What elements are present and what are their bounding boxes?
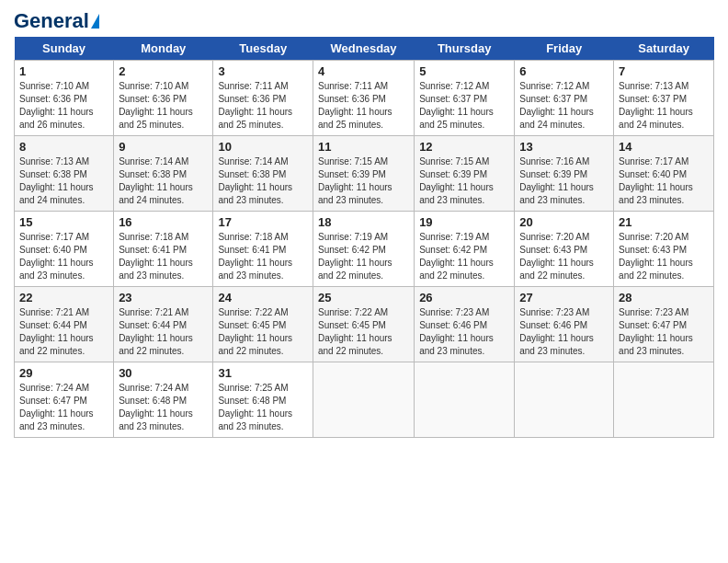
calendar-cell: 25 Sunrise: 7:22 AMSunset: 6:45 PMDaylig… [313, 287, 414, 362]
day-header-friday: Friday [515, 37, 614, 61]
calendar-cell: 16 Sunrise: 7:18 AMSunset: 6:41 PMDaylig… [114, 212, 213, 287]
day-info: Sunrise: 7:19 AMSunset: 6:42 PMDaylight:… [419, 232, 494, 281]
calendar-cell: 27 Sunrise: 7:23 AMSunset: 6:46 PMDaylig… [515, 287, 614, 362]
calendar-cell: 31 Sunrise: 7:25 AMSunset: 6:48 PMDaylig… [213, 362, 313, 438]
day-number: 13 [519, 140, 609, 154]
day-info: Sunrise: 7:17 AMSunset: 6:40 PMDaylight:… [19, 232, 94, 281]
logo-text: General [14, 9, 100, 33]
day-info: Sunrise: 7:19 AMSunset: 6:42 PMDaylight:… [318, 232, 392, 281]
day-number: 10 [218, 140, 308, 154]
day-info: Sunrise: 7:22 AMSunset: 6:45 PMDaylight:… [318, 307, 392, 356]
calendar-cell: 4 Sunrise: 7:11 AMSunset: 6:36 PMDayligh… [313, 61, 414, 136]
day-number: 9 [119, 140, 208, 154]
calendar-cell: 20 Sunrise: 7:20 AMSunset: 6:43 PMDaylig… [515, 212, 614, 287]
week-row-2: 8 Sunrise: 7:13 AMSunset: 6:38 PMDayligh… [15, 136, 714, 212]
day-info: Sunrise: 7:15 AMSunset: 6:39 PMDaylight:… [419, 156, 494, 205]
calendar-cell: 8 Sunrise: 7:13 AMSunset: 6:38 PMDayligh… [15, 136, 114, 212]
day-number: 24 [218, 291, 308, 304]
day-info: Sunrise: 7:20 AMSunset: 6:43 PMDaylight:… [619, 232, 693, 281]
day-header-saturday: Saturday [614, 37, 714, 61]
day-number: 15 [19, 215, 108, 229]
calendar-cell: 22 Sunrise: 7:21 AMSunset: 6:44 PMDaylig… [15, 287, 114, 362]
day-number: 29 [19, 366, 108, 380]
day-number: 27 [519, 291, 609, 304]
week-row-5: 29 Sunrise: 7:24 AMSunset: 6:47 PMDaylig… [15, 362, 714, 438]
day-number: 1 [19, 64, 108, 78]
week-row-4: 22 Sunrise: 7:21 AMSunset: 6:44 PMDaylig… [15, 287, 714, 362]
day-header-monday: Monday [114, 37, 213, 61]
calendar-cell: 30 Sunrise: 7:24 AMSunset: 6:48 PMDaylig… [114, 362, 213, 438]
day-info: Sunrise: 7:12 AMSunset: 6:37 PMDaylight:… [419, 81, 494, 130]
day-info: Sunrise: 7:12 AMSunset: 6:37 PMDaylight:… [519, 81, 594, 130]
calendar-cell: 2 Sunrise: 7:10 AMSunset: 6:36 PMDayligh… [114, 61, 213, 136]
day-header-tuesday: Tuesday [213, 37, 313, 61]
day-info: Sunrise: 7:15 AMSunset: 6:39 PMDaylight:… [318, 156, 392, 205]
calendar-cell: 7 Sunrise: 7:13 AMSunset: 6:37 PMDayligh… [614, 61, 714, 136]
calendar-cell: 14 Sunrise: 7:17 AMSunset: 6:40 PMDaylig… [614, 136, 714, 212]
calendar-cell [515, 362, 614, 438]
calendar-cell: 24 Sunrise: 7:22 AMSunset: 6:45 PMDaylig… [213, 287, 313, 362]
day-info: Sunrise: 7:25 AMSunset: 6:48 PMDaylight:… [218, 383, 292, 431]
day-header-wednesday: Wednesday [313, 37, 414, 61]
day-info: Sunrise: 7:20 AMSunset: 6:43 PMDaylight:… [519, 232, 594, 281]
day-number: 12 [419, 140, 509, 154]
calendar-cell: 10 Sunrise: 7:14 AMSunset: 6:38 PMDaylig… [213, 136, 313, 212]
header: General [14, 9, 714, 29]
week-row-3: 15 Sunrise: 7:17 AMSunset: 6:40 PMDaylig… [15, 212, 714, 287]
calendar-cell: 23 Sunrise: 7:21 AMSunset: 6:44 PMDaylig… [114, 287, 213, 362]
day-number: 21 [619, 215, 709, 229]
week-row-1: 1 Sunrise: 7:10 AMSunset: 6:36 PMDayligh… [15, 61, 714, 136]
day-info: Sunrise: 7:17 AMSunset: 6:40 PMDaylight:… [619, 156, 693, 205]
day-number: 4 [318, 64, 409, 78]
calendar-cell: 11 Sunrise: 7:15 AMSunset: 6:39 PMDaylig… [313, 136, 414, 212]
day-info: Sunrise: 7:24 AMSunset: 6:47 PMDaylight:… [19, 383, 94, 431]
calendar-cell: 1 Sunrise: 7:10 AMSunset: 6:36 PMDayligh… [15, 61, 114, 136]
day-number: 20 [519, 215, 609, 229]
logo: General [14, 9, 100, 29]
day-info: Sunrise: 7:18 AMSunset: 6:41 PMDaylight:… [119, 232, 193, 281]
day-number: 19 [419, 215, 509, 229]
calendar-cell: 3 Sunrise: 7:11 AMSunset: 6:36 PMDayligh… [213, 61, 313, 136]
day-header-thursday: Thursday [415, 37, 515, 61]
day-number: 3 [218, 64, 308, 78]
day-number: 18 [318, 215, 409, 229]
calendar-cell: 17 Sunrise: 7:18 AMSunset: 6:41 PMDaylig… [213, 212, 313, 287]
day-number: 5 [419, 64, 509, 78]
logo-triangle-icon [91, 14, 99, 29]
header-row: SundayMondayTuesdayWednesdayThursdayFrid… [15, 37, 714, 61]
calendar-cell: 15 Sunrise: 7:17 AMSunset: 6:40 PMDaylig… [15, 212, 114, 287]
calendar-cell: 6 Sunrise: 7:12 AMSunset: 6:37 PMDayligh… [515, 61, 614, 136]
calendar-cell: 13 Sunrise: 7:16 AMSunset: 6:39 PMDaylig… [515, 136, 614, 212]
day-number: 25 [318, 291, 409, 304]
day-info: Sunrise: 7:18 AMSunset: 6:41 PMDaylight:… [218, 232, 292, 281]
day-number: 28 [619, 291, 709, 304]
day-info: Sunrise: 7:21 AMSunset: 6:44 PMDaylight:… [19, 307, 94, 356]
calendar-cell: 26 Sunrise: 7:23 AMSunset: 6:46 PMDaylig… [415, 287, 515, 362]
day-number: 7 [619, 64, 709, 78]
day-info: Sunrise: 7:23 AMSunset: 6:46 PMDaylight:… [419, 307, 494, 356]
day-number: 31 [218, 366, 308, 380]
day-info: Sunrise: 7:16 AMSunset: 6:39 PMDaylight:… [519, 156, 594, 205]
calendar-cell: 18 Sunrise: 7:19 AMSunset: 6:42 PMDaylig… [313, 212, 414, 287]
day-number: 17 [218, 215, 308, 229]
calendar-cell: 21 Sunrise: 7:20 AMSunset: 6:43 PMDaylig… [614, 212, 714, 287]
day-number: 6 [519, 64, 609, 78]
day-info: Sunrise: 7:24 AMSunset: 6:48 PMDaylight:… [119, 383, 193, 431]
calendar-cell [313, 362, 414, 438]
day-number: 23 [119, 291, 208, 304]
day-number: 16 [119, 215, 208, 229]
day-info: Sunrise: 7:23 AMSunset: 6:46 PMDaylight:… [519, 307, 594, 356]
day-info: Sunrise: 7:11 AMSunset: 6:36 PMDaylight:… [318, 81, 392, 130]
day-info: Sunrise: 7:10 AMSunset: 6:36 PMDaylight:… [19, 81, 94, 130]
day-number: 30 [119, 366, 208, 380]
day-info: Sunrise: 7:23 AMSunset: 6:47 PMDaylight:… [619, 307, 693, 356]
day-number: 14 [619, 140, 709, 154]
day-header-sunday: Sunday [15, 37, 114, 61]
day-number: 11 [318, 140, 409, 154]
calendar-table: SundayMondayTuesdayWednesdayThursdayFrid… [14, 37, 714, 438]
calendar-cell: 5 Sunrise: 7:12 AMSunset: 6:37 PMDayligh… [415, 61, 515, 136]
day-info: Sunrise: 7:13 AMSunset: 6:38 PMDaylight:… [19, 156, 94, 205]
page-container: General SundayMondayTuesdayWednesdayThur… [0, 0, 728, 447]
day-info: Sunrise: 7:14 AMSunset: 6:38 PMDaylight:… [218, 156, 292, 205]
day-info: Sunrise: 7:13 AMSunset: 6:37 PMDaylight:… [619, 81, 693, 130]
